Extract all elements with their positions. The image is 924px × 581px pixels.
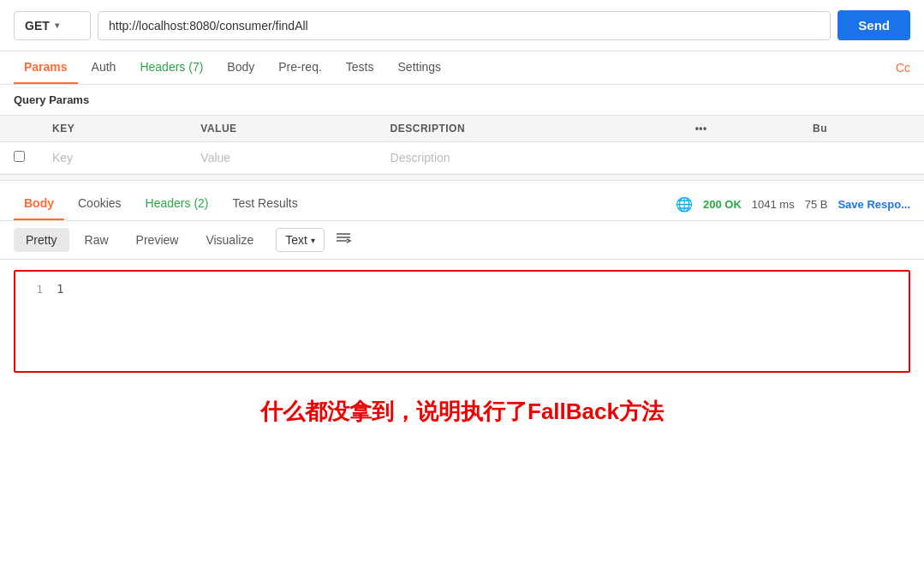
th-checkbox — [0, 116, 39, 142]
response-value: 1 — [57, 282, 63, 296]
response-tab-headers[interactable]: Headers (2) — [135, 188, 219, 220]
param-key-input[interactable]: Key — [39, 142, 187, 174]
tab-body[interactable]: Body — [217, 51, 265, 84]
method-label: GET — [25, 19, 50, 33]
th-more: ••• — [682, 116, 799, 142]
url-bar: GET ▾ Send — [0, 0, 924, 51]
method-select[interactable]: GET ▾ — [14, 11, 91, 40]
query-params-title: Query Params — [0, 85, 924, 116]
url-input[interactable] — [98, 11, 831, 40]
param-more — [682, 142, 799, 174]
response-meta: 🌐 200 OK 1041 ms 75 B Save Respo... — [676, 196, 910, 213]
status-badge: 200 OK — [703, 198, 742, 211]
response-body: 1 1 — [0, 260, 924, 383]
tab-settings[interactable]: Settings — [388, 51, 452, 84]
send-button[interactable]: Send — [838, 10, 910, 40]
param-bulk — [799, 142, 924, 174]
param-checkbox[interactable] — [14, 151, 25, 162]
response-tab-cookies[interactable]: Cookies — [68, 188, 132, 220]
th-key: KEY — [39, 116, 187, 142]
view-tab-pretty[interactable]: Pretty — [14, 228, 69, 252]
format-select[interactable]: Text ▾ — [276, 228, 325, 252]
chevron-down-icon: ▾ — [55, 21, 59, 30]
th-value: VALUE — [187, 116, 376, 142]
format-select-label: Text — [285, 233, 307, 247]
view-tab-visualize[interactable]: Visualize — [194, 228, 265, 252]
th-bulk: Bu — [799, 116, 924, 142]
globe-icon: 🌐 — [676, 196, 693, 213]
params-table: KEY VALUE DESCRIPTION ••• Bu Key Value D… — [0, 116, 924, 174]
response-size: 75 B — [805, 198, 828, 211]
tab-params[interactable]: Params — [14, 51, 78, 84]
annotation-text: 什么都没拿到，说明执行了FallBack方法 — [0, 383, 924, 434]
param-value-input[interactable]: Value — [187, 142, 376, 174]
response-tab-test-results[interactable]: Test Results — [223, 188, 308, 220]
line-number: 1 — [29, 283, 43, 296]
response-tabs-bar: Body Cookies Headers (2) Test Results 🌐 … — [0, 188, 924, 221]
tab-tests[interactable]: Tests — [336, 51, 385, 84]
request-tabs-bar: Params Auth Headers (7) Body Pre-req. Te… — [0, 51, 924, 85]
format-chevron-icon: ▾ — [311, 236, 315, 245]
view-tabs-bar: Pretty Raw Preview Visualize Text ▾ — [0, 221, 924, 260]
view-tab-raw[interactable]: Raw — [73, 228, 121, 252]
tab-headers[interactable]: Headers (7) — [129, 51, 213, 84]
table-row: Key Value Description — [0, 142, 924, 174]
param-description-input[interactable]: Description — [377, 142, 682, 174]
response-content-box: 1 1 — [14, 270, 910, 373]
response-tab-body[interactable]: Body — [14, 188, 64, 220]
tab-cookies-right: Cc — [896, 52, 910, 83]
save-response-button[interactable]: Save Respo... — [838, 198, 910, 211]
wrap-icon[interactable] — [335, 231, 352, 249]
section-divider — [0, 174, 924, 181]
th-description: DESCRIPTION — [377, 116, 682, 142]
view-tab-preview[interactable]: Preview — [124, 228, 191, 252]
row-checkbox[interactable] — [0, 142, 39, 174]
tab-auth[interactable]: Auth — [81, 51, 127, 84]
response-time: 1041 ms — [752, 198, 795, 211]
tab-prereq[interactable]: Pre-req. — [268, 51, 332, 84]
